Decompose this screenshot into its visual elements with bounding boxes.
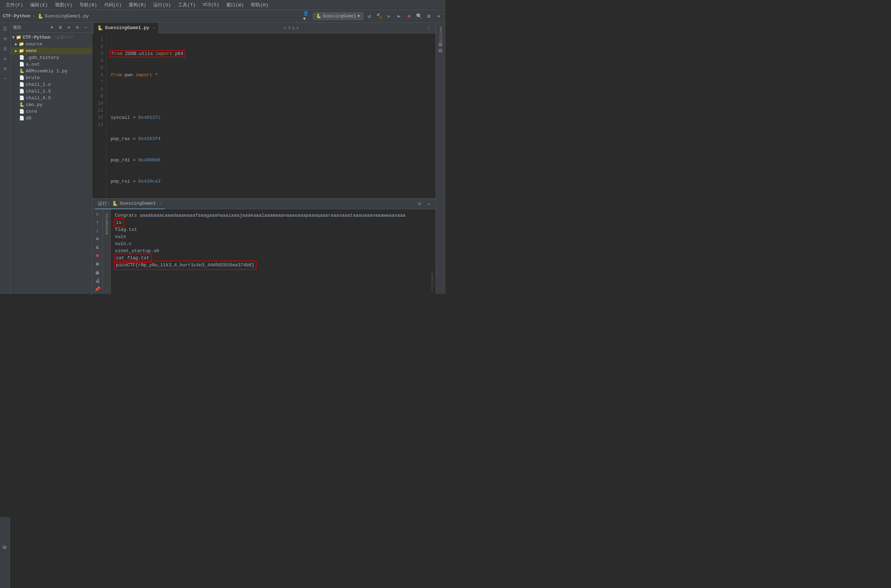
run-config-selector[interactable]: 🐍 GuessingGame1 ▼ — [313, 12, 363, 20]
right-tab-benefit[interactable]: 福利 — [438, 53, 443, 59]
run-coverage-icon[interactable]: ▶ — [385, 12, 393, 20]
menu-file[interactable]: 文件(F) — [3, 1, 26, 9]
menu-refactor[interactable]: 重构(R) — [126, 1, 149, 9]
menu-vcs[interactable]: VCS(S) — [200, 2, 222, 8]
run-debug-icon[interactable]: ▶ — [395, 12, 403, 20]
tree-cmo[interactable]: 🐍 cmo.py — [10, 101, 92, 108]
tree-gdb-history[interactable]: 📄 .gdb_history — [10, 54, 92, 61]
tree-venv[interactable]: ▶ 📁 venv — [10, 48, 92, 54]
venv-label: venv — [26, 48, 36, 54]
menu-nav[interactable]: 导航(N) — [76, 1, 100, 9]
menu-help[interactable]: 帮助(H) — [248, 1, 271, 9]
menu-bar: 文件(F) 编辑(E) 视图(V) 导航(N) 代码(C) 重构(R) 运行(U… — [0, 0, 446, 10]
search-icon[interactable]: 🔍 — [415, 12, 423, 20]
left-tab-list[interactable]: ≣ — [1, 44, 10, 53]
tree-venv-arrow: ▶ — [15, 48, 17, 54]
tree-header-sync[interactable]: ⇌ — [65, 24, 73, 32]
left-tab-minus[interactable]: — — [1, 74, 10, 83]
tree-header-collapse[interactable]: ≣ — [56, 24, 64, 32]
core-label: core — [26, 109, 37, 114]
stop-icon[interactable]: ■ — [405, 12, 413, 20]
print-btn[interactable]: 🖨 — [94, 278, 102, 284]
filter-btn[interactable]: ▤ — [94, 269, 102, 276]
left-tab-project[interactable]: ☰ — [1, 24, 10, 33]
terminal-flag-txt: flag.txt — [115, 226, 410, 233]
menu-edit[interactable]: 编辑(E) — [27, 1, 50, 9]
menu-code[interactable]: 代码(C) — [102, 1, 124, 9]
menu-view[interactable]: 视图(V) — [52, 1, 75, 9]
run-restart-btn[interactable]: ↻ — [94, 211, 102, 218]
code-line-6: pop_rdi = 0x400696 — [111, 157, 433, 164]
bottom-tab-run-name: GuessingGame1 — [120, 201, 156, 206]
code-line-3 — [111, 93, 433, 100]
settings-icon[interactable]: ⚙ — [425, 12, 433, 20]
editor-tab-main[interactable]: 🐍 GuessingGame1.py × — [94, 23, 159, 33]
tree-chall4s[interactable]: 📄 chall_4.S — [10, 95, 92, 101]
tree-header-add[interactable]: ⊕ — [48, 24, 56, 32]
update-icon[interactable]: ● — [435, 12, 442, 20]
left-tab-arrows[interactable]: ⇌ — [1, 54, 10, 63]
tab-close-btn[interactable]: × — [153, 26, 155, 30]
terminal-congrats: Congrats aaaabaaacaaadaaaeaaafaaagaaahaa… — [115, 212, 410, 219]
toolbar: CTF-Python › 🐍 GuessingGame1.py 👤▼ 🐍 Gue… — [0, 10, 446, 23]
layout-btn[interactable]: ⊞ — [94, 261, 102, 268]
tree-chall1o[interactable]: 📄 chall_1.o — [10, 81, 92, 88]
user-icon[interactable]: 👤▼ — [303, 12, 311, 20]
check-arrow-up[interactable]: ∧ — [292, 25, 295, 31]
tree-source[interactable]: ▶ 📁 source — [10, 41, 92, 48]
scroll-down-btn[interactable]: ↓ — [94, 227, 102, 234]
bottom-tab-close[interactable]: × — [159, 201, 162, 206]
tree-root[interactable]: ▼ 📁 CTF-Python ~/桌面/CTF — [10, 34, 92, 41]
left-tab-gear[interactable]: ⚙ — [1, 64, 10, 73]
bottom-tab-run[interactable]: 运行: 🐍 GuessingGame1 × — [95, 199, 165, 209]
line-numbers: 1 2 3 4 5 6 7 8 9 10 11 12 13 — [92, 33, 106, 198]
bottom-panel-header: 运行: 🐍 GuessingGame1 × ⚙ — — [92, 199, 436, 209]
tree-core[interactable]: 📄 core — [10, 108, 92, 115]
menu-tools[interactable]: 工具(T) — [175, 1, 198, 9]
tree-header-settings[interactable]: ⚙ — [74, 24, 81, 32]
venv-folder-icon: 📁 — [19, 48, 24, 54]
brute-icon: 📄 — [19, 75, 24, 81]
tree-root-arrow: ▼ — [12, 35, 15, 40]
project-name[interactable]: CTF-Python — [3, 14, 30, 19]
bottom-minimize-icon[interactable]: — — [425, 200, 433, 208]
run-build-icon[interactable]: 🔨 — [375, 12, 383, 20]
terminal-area[interactable]: Congrats aaaabaaacaaadaaaeaaafaaagaaahaa… — [111, 209, 414, 294]
d8-icon: 📄 — [19, 116, 24, 121]
gdb-history-label: .gdb_history — [26, 55, 59, 60]
breadcrumb-separator: › — [33, 14, 36, 19]
tree-aout[interactable]: 📄 a.out — [10, 61, 92, 68]
sort-btn[interactable]: ⇅ — [94, 244, 102, 251]
bookmarks-label: Bookmarks — [105, 211, 109, 237]
code-line-7: pop_rsi = 0x410ca3 — [111, 178, 433, 185]
code-line-5: pop_rax = 0x4163f4 — [111, 135, 433, 142]
run-refresh-icon[interactable]: ↺ — [365, 12, 373, 20]
code-editor[interactable]: 1 2 3 4 5 6 7 8 9 10 11 12 13 from ZODB.… — [92, 33, 436, 198]
stop-run-btn[interactable]: ■ — [94, 252, 102, 260]
ls-command: ls — [115, 219, 123, 226]
tree-header-minimize[interactable]: — — [82, 24, 90, 32]
menu-window[interactable]: 窗口(W) — [224, 1, 246, 9]
file-name-breadcrumb[interactable]: GuessingGame1.py — [45, 14, 89, 19]
wrap-btn[interactable]: ≡ — [94, 236, 102, 243]
bottom-settings-icon[interactable]: ⚙ — [416, 200, 423, 208]
tab-file-icon: 🐍 — [97, 25, 103, 31]
tree-chall1s[interactable]: 📄 chall_1.S — [10, 88, 92, 95]
breadcrumb: CTF-Python › 🐍 GuessingGame1.py — [3, 14, 301, 19]
menu-run[interactable]: 运行(U) — [150, 1, 174, 9]
right-tab-sciview[interactable]: SciView — [439, 24, 443, 46]
code-line-2: from pwn import * — [111, 72, 433, 79]
tree-armssembly[interactable]: 🐍 ARMssembly 1.py — [10, 68, 92, 75]
code-line-4: syscall = 0x40137c — [111, 114, 433, 121]
tab-more-btn[interactable]: ⋮ — [423, 25, 434, 31]
check-arrow-down[interactable]: ∨ — [296, 25, 299, 31]
tab-file-name: GuessingGame1.py — [105, 25, 149, 30]
left-tab-add[interactable]: ⊕ — [1, 34, 10, 43]
pin-btn[interactable]: 📌 — [94, 286, 102, 293]
cmo-label: cmo.py — [26, 102, 43, 108]
right-tab-plugin[interactable]: 插件 — [438, 47, 443, 52]
tree-d8[interactable]: 📄 d8 — [10, 115, 92, 122]
scroll-up-btn[interactable]: ↑ — [94, 219, 102, 226]
run-config-arrow: ▼ — [357, 14, 360, 19]
tree-brute[interactable]: 📄 brute — [10, 75, 92, 81]
